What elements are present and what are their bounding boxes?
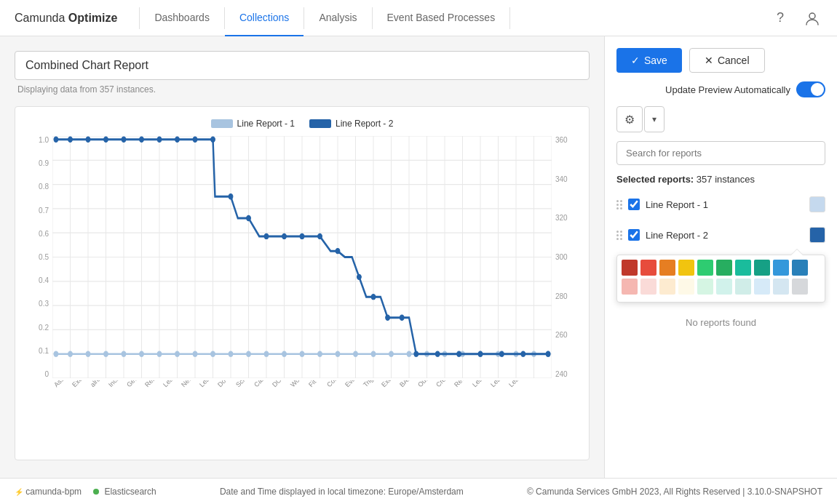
- footer-left: ⚡ camunda-bpm Elasticsearch: [15, 487, 156, 497]
- palette-swatch[interactable]: [754, 279, 770, 295]
- nav-item-event-based[interactable]: Event Based Processes: [373, 0, 510, 36]
- legend-label-2: Line Report - 2: [336, 119, 393, 129]
- nav-divider-5: [509, 7, 510, 29]
- palette-swatch[interactable]: [716, 279, 732, 295]
- chart-inner: Assign Lead automatically ExclusiveGatew…: [52, 136, 552, 436]
- svg-point-71: [68, 137, 73, 142]
- svg-point-53: [264, 351, 269, 356]
- svg-point-89: [386, 315, 390, 320]
- y-axis-left: 1.0 0.9 0.8 0.7 0.6 0.5 0.4 0.3 0.2 0.1 …: [27, 136, 52, 436]
- chart-area: 1.0 0.9 0.8 0.7 0.6 0.5 0.4 0.3 0.2 0.1 …: [27, 136, 577, 436]
- connection2-label: Elasticsearch: [104, 487, 156, 497]
- svg-point-56: [318, 351, 322, 356]
- auto-update-row: Update Preview Automatically: [616, 81, 825, 97]
- header: Camunda Optimize Dashboards Collections …: [0, 0, 837, 36]
- svg-point-88: [371, 295, 376, 300]
- svg-point-82: [264, 233, 269, 239]
- palette-swatch[interactable]: [678, 279, 694, 295]
- auto-update-label: Update Preview Automatically: [665, 84, 790, 95]
- palette-row-2: [622, 279, 820, 295]
- color-palette-popup: [616, 255, 825, 303]
- svg-point-41: [54, 351, 58, 356]
- gear-icon: ⚙: [624, 113, 635, 127]
- palette-swatch[interactable]: [622, 260, 638, 276]
- x-icon: ✕: [705, 55, 713, 66]
- svg-point-52: [247, 351, 251, 356]
- report-1-checkbox[interactable]: [628, 199, 640, 210]
- toggle-knob: [811, 83, 824, 96]
- settings-chevron-button[interactable]: ▾: [644, 106, 665, 132]
- chart-legend: Line Report - 1 Line Report - 2: [27, 119, 577, 129]
- report-item-2: Line Report - 2: [616, 224, 825, 246]
- svg-point-45: [122, 351, 126, 356]
- settings-gear-button[interactable]: ⚙: [616, 106, 643, 132]
- palette-swatch[interactable]: [773, 279, 789, 295]
- palette-swatch[interactable]: [659, 260, 675, 276]
- svg-point-96: [521, 351, 525, 356]
- user-icon[interactable]: [802, 8, 822, 28]
- svg-point-85: [318, 233, 322, 239]
- svg-point-91: [414, 351, 418, 356]
- connection1-label: camunda-bpm: [25, 487, 82, 497]
- report-1-color-swatch[interactable]: [809, 196, 825, 212]
- report-title-input[interactable]: [15, 51, 590, 80]
- palette-swatch[interactable]: [622, 279, 638, 295]
- svg-point-97: [546, 351, 550, 356]
- search-reports-input[interactable]: [616, 141, 825, 165]
- palette-swatch[interactable]: [754, 260, 770, 276]
- report-1-name: Line Report - 1: [646, 199, 804, 210]
- auto-update-toggle[interactable]: [796, 81, 825, 97]
- settings-bar: ⚙ ▾: [616, 106, 825, 132]
- action-buttons: ✓ Save ✕ Cancel: [616, 48, 825, 73]
- nav-item-analysis[interactable]: Analysis: [304, 0, 371, 36]
- report-2-name: Line Report - 2: [646, 230, 804, 241]
- svg-point-92: [435, 351, 440, 356]
- logo-bold: Optimize: [68, 12, 118, 24]
- palette-swatch[interactable]: [735, 260, 751, 276]
- svg-point-59: [371, 351, 376, 356]
- save-button[interactable]: ✓ Save: [616, 48, 682, 73]
- palette-swatch[interactable]: [697, 279, 713, 295]
- svg-point-51: [229, 351, 233, 356]
- palette-swatch[interactable]: [792, 279, 808, 295]
- svg-point-44: [104, 351, 108, 356]
- connection2-indicator: [93, 489, 99, 495]
- svg-point-87: [357, 274, 361, 279]
- timezone-label: Date and Time displayed in local timezon…: [220, 487, 464, 497]
- nav-item-collections[interactable]: Collections: [225, 0, 304, 36]
- selected-reports-header: Selected reports: 357 instances: [616, 174, 825, 185]
- palette-swatch[interactable]: [735, 279, 751, 295]
- palette-swatch[interactable]: [716, 260, 732, 276]
- svg-point-61: [407, 351, 411, 356]
- palette-swatch[interactable]: [792, 260, 808, 276]
- palette-arrow: [791, 249, 803, 255]
- svg-point-80: [229, 194, 233, 199]
- palette-swatch[interactable]: [697, 260, 713, 276]
- svg-point-78: [193, 137, 197, 142]
- svg-point-90: [400, 315, 404, 320]
- palette-swatch[interactable]: [678, 260, 694, 276]
- help-icon[interactable]: ?: [770, 8, 790, 28]
- nav-item-dashboards[interactable]: Dashboards: [140, 0, 224, 36]
- report-2-checkbox[interactable]: [628, 229, 640, 241]
- palette-swatch[interactable]: [640, 260, 656, 276]
- x-axis-labels: Assign Lead automatically ExclusiveGatew…: [52, 380, 552, 436]
- palette-swatch[interactable]: [659, 279, 675, 295]
- svg-point-79: [211, 137, 215, 142]
- logo: Camunda Optimize: [15, 12, 117, 25]
- cancel-button[interactable]: ✕ Cancel: [689, 48, 765, 73]
- report-2-color-swatch[interactable]: [809, 227, 825, 243]
- svg-point-70: [54, 137, 58, 142]
- drag-handle-1[interactable]: [616, 200, 622, 209]
- svg-point-47: [157, 351, 162, 356]
- drag-handle-2[interactable]: [616, 231, 622, 240]
- header-icons: ?: [770, 8, 822, 28]
- svg-point-86: [336, 249, 340, 254]
- palette-swatch[interactable]: [640, 279, 656, 295]
- svg-point-46: [140, 351, 144, 356]
- footer: ⚡ camunda-bpm Elasticsearch Date and Tim…: [0, 478, 837, 504]
- svg-point-43: [86, 351, 90, 356]
- palette-row-1: [622, 260, 820, 276]
- palette-swatch[interactable]: [773, 260, 789, 276]
- report-item-1: Line Report - 1: [616, 193, 825, 215]
